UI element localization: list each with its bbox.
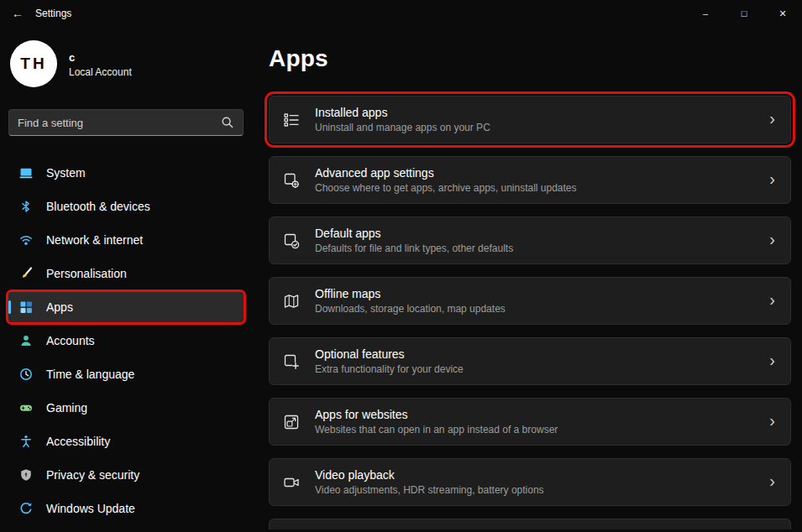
card-subtitle: Websites that can open in an app instead… (315, 424, 756, 436)
card-title: Default apps (315, 227, 756, 240)
avatar: TH (10, 40, 57, 87)
maximize-button[interactable]: □ (725, 0, 763, 27)
installed-apps-icon (283, 112, 301, 128)
apps-icon (19, 300, 33, 314)
card-text: Advanced app settings Choose where to ge… (315, 166, 756, 194)
sidebar-item-label: Accounts (46, 334, 95, 347)
card-text: Offline maps Downloads, storage location… (315, 287, 756, 315)
game-controller-icon (19, 401, 33, 415)
sidebar-item-privacy-security[interactable]: Privacy & security (8, 460, 244, 490)
sidebar-item-label: System (46, 166, 86, 180)
search-input[interactable] (18, 117, 221, 129)
sidebar-item-label: Bluetooth & devices (46, 200, 150, 213)
card-text: Installed apps Uninstall and manage apps… (315, 106, 756, 133)
sidebar-item-network-internet[interactable]: Network & internet (8, 225, 244, 255)
card-title: Installed apps (315, 106, 756, 119)
card-partial[interactable] (269, 519, 791, 529)
card-subtitle: Defaults for file and link types, other … (315, 243, 756, 254)
card-default-apps[interactable]: Default apps Defaults for file and link … (269, 216, 791, 264)
window-title: Settings (35, 8, 71, 19)
card-subtitle: Choose where to get apps, archive apps, … (315, 182, 756, 194)
chevron-right-icon: › (769, 291, 775, 310)
sidebar-item-label: Apps (46, 300, 73, 314)
user-name: c (69, 50, 132, 66)
card-text: Apps for websites Websites that can open… (315, 408, 756, 436)
advanced-app-settings-icon (283, 172, 301, 189)
sidebar-item-accessibility[interactable]: Accessibility (8, 426, 244, 456)
card-installed-apps[interactable]: Installed apps Uninstall and manage apps… (269, 96, 791, 143)
sidebar-item-personalisation[interactable]: Personalisation (8, 258, 244, 289)
card-advanced-app-settings[interactable]: Advanced app settings Choose where to ge… (269, 156, 791, 204)
video-playback-icon (283, 474, 301, 491)
chevron-right-icon: › (769, 110, 775, 129)
wifi-icon (19, 233, 33, 247)
card-title: Advanced app settings (315, 166, 756, 180)
card-subtitle: Uninstall and manage apps on your PC (315, 122, 756, 133)
sidebar-item-accounts[interactable]: Accounts (8, 326, 244, 356)
titlebar: ← Settings – □ ✕ (0, 0, 802, 27)
chevron-right-icon: › (769, 170, 775, 190)
sidebar-item-gaming[interactable]: Gaming (8, 393, 244, 423)
minimize-icon: – (703, 8, 708, 18)
optional-features-icon (283, 353, 301, 370)
accessibility-icon (19, 435, 33, 448)
minimize-button[interactable]: – (686, 0, 725, 27)
back-button[interactable]: ← (0, 0, 35, 27)
paintbrush-icon (19, 267, 33, 280)
user-account-block: TH c Local Account (8, 34, 244, 96)
card-text: Default apps Defaults for file and link … (315, 227, 756, 254)
offline-maps-icon (283, 293, 301, 310)
search-box[interactable] (8, 109, 244, 136)
chevron-right-icon: › (769, 472, 775, 492)
card-text: Optional features Extra functionality fo… (315, 347, 756, 375)
sidebar-item-system[interactable]: System (8, 158, 244, 188)
card-title: Apps for websites (315, 408, 756, 421)
sidebar-item-apps[interactable]: Apps (8, 292, 244, 322)
card-apps-for-websites[interactable]: Apps for websites Websites that can open… (269, 398, 791, 446)
sidebar-item-label: Time & language (46, 368, 134, 381)
card-text: Video playback Video adjustments, HDR st… (315, 468, 756, 496)
clock-icon (19, 368, 33, 381)
chevron-right-icon: › (769, 231, 775, 250)
system-icon (19, 166, 33, 180)
bluetooth-icon (19, 200, 33, 213)
card-subtitle: Downloads, storage location, map updates (315, 303, 756, 315)
main-content: Apps Installed apps Uninstall and manage… (269, 27, 791, 532)
sidebar-item-time-language[interactable]: Time & language (8, 359, 244, 389)
sidebar: TH c Local Account System Bluetooth & de… (0, 27, 252, 532)
sidebar-item-bluetooth-devices[interactable]: Bluetooth & devices (8, 191, 244, 222)
card-subtitle: Video adjustments, HDR streaming, batter… (315, 484, 756, 496)
search-icon (221, 116, 234, 129)
card-offline-maps[interactable]: Offline maps Downloads, storage location… (269, 277, 791, 325)
sidebar-item-windows-update[interactable]: Windows Update (8, 493, 244, 524)
user-info: c Local Account (69, 50, 132, 78)
maximize-icon: □ (742, 8, 747, 18)
card-optional-features[interactable]: Optional features Extra functionality fo… (269, 337, 791, 385)
card-subtitle: Extra functionality for your device (315, 363, 756, 375)
user-account-type: Local Account (69, 66, 132, 78)
sidebar-item-label: Accessibility (46, 435, 110, 448)
shield-icon (19, 468, 33, 482)
back-arrow-icon: ← (12, 7, 24, 20)
chevron-right-icon: › (769, 412, 775, 431)
card-title: Offline maps (315, 287, 756, 300)
close-icon: ✕ (778, 8, 786, 19)
person-icon (19, 334, 33, 347)
card-video-playback[interactable]: Video playback Video adjustments, HDR st… (269, 458, 791, 506)
card-title: Video playback (315, 468, 756, 482)
sidebar-item-label: Privacy & security (46, 468, 139, 482)
page-title: Apps (269, 45, 791, 72)
apps-for-websites-icon (283, 414, 301, 430)
sidebar-item-label: Windows Update (46, 502, 135, 515)
update-arrows-icon (19, 502, 33, 515)
default-apps-icon (283, 232, 301, 249)
chevron-right-icon: › (769, 352, 775, 371)
window-controls: – □ ✕ (686, 0, 802, 27)
sidebar-item-label: Network & internet (46, 233, 143, 247)
close-button[interactable]: ✕ (763, 0, 802, 27)
sidebar-item-label: Gaming (46, 401, 87, 415)
card-title: Optional features (315, 347, 756, 361)
sidebar-item-label: Personalisation (46, 267, 127, 280)
sidebar-nav: System Bluetooth & devices Network & int… (8, 158, 244, 524)
